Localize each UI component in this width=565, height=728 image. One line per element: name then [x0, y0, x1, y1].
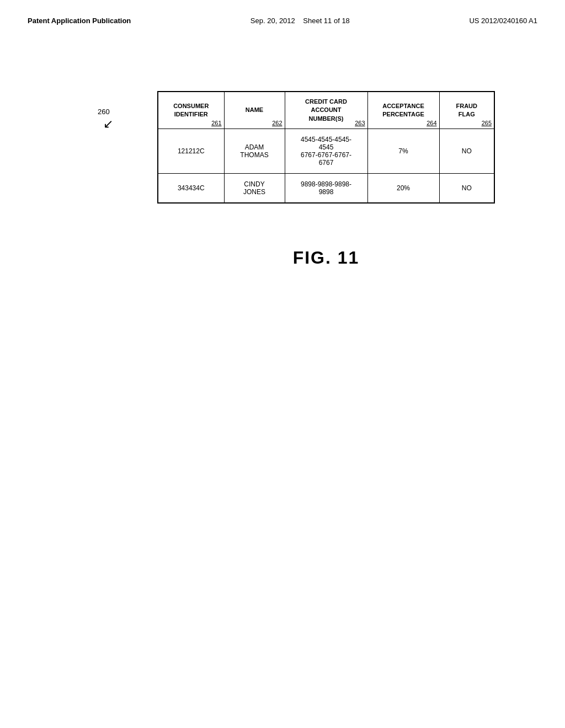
table-header-row: CONSUMERIDENTIFIER 261 NAME 262 CREDIT C…	[158, 92, 494, 129]
col-ref-262: 262	[272, 119, 282, 127]
cell-name-2: CINDY JONES	[224, 174, 285, 204]
cell-acceptance-1: 7%	[367, 129, 439, 174]
figure-label: FIG. 11	[157, 248, 495, 268]
col-ref-264: 264	[427, 119, 436, 127]
col-ref-263: 263	[355, 119, 365, 127]
table-row: 121212C ADAM THOMAS 4545-4545-4545-45456…	[158, 129, 494, 174]
cell-credit-2: 9898-9898-9898-9898	[285, 174, 367, 204]
header-date-sheet: Sep. 20, 2012 Sheet 11 of 18	[250, 17, 350, 25]
col-header-credit: CREDIT CARDACCOUNTNUMBER(S) 263	[285, 92, 367, 129]
reference-number: 260	[98, 108, 110, 116]
col-header-fraud: FRAUDFLAG 265	[439, 92, 494, 129]
cell-acceptance-2: 20%	[367, 174, 439, 204]
page-header: Patent Application Publication Sep. 20, …	[0, 0, 565, 36]
col-header-acceptance: ACCEPTANCEPERCENTAGE 264	[367, 92, 439, 129]
cell-name-1: ADAM THOMAS	[224, 129, 285, 174]
header-patent-number: US 2012/0240160 A1	[469, 17, 537, 25]
cell-fraud-1: NO	[439, 129, 494, 174]
col-header-consumer: CONSUMERIDENTIFIER 261	[158, 92, 224, 129]
header-sheet: Sheet 11 of 18	[303, 17, 350, 25]
cell-consumer-2: 343434C	[158, 174, 224, 204]
col-header-name: NAME 262	[224, 92, 285, 129]
reference-arrow: ↙	[103, 117, 113, 131]
table-container: CONSUMERIDENTIFIER 261 NAME 262 CREDIT C…	[157, 91, 495, 268]
header-date: Sep. 20, 2012	[250, 17, 295, 25]
col-ref-265: 265	[482, 119, 492, 127]
main-content: 260 ↙ CONSUMERIDENTIFIER 261 NAME 262 CR…	[0, 36, 565, 268]
col-ref-261: 261	[211, 119, 221, 127]
cell-credit-1: 4545-4545-4545-45456767-6767-6767-6767	[285, 129, 367, 174]
table-row: 343434C CINDY JONES 9898-9898-9898-9898 …	[158, 174, 494, 204]
header-publication-label: Patent Application Publication	[28, 17, 131, 25]
reference-block: 260 ↙	[98, 108, 113, 131]
cell-fraud-2: NO	[439, 174, 494, 204]
data-table: CONSUMERIDENTIFIER 261 NAME 262 CREDIT C…	[157, 91, 495, 204]
cell-consumer-1: 121212C	[158, 129, 224, 174]
